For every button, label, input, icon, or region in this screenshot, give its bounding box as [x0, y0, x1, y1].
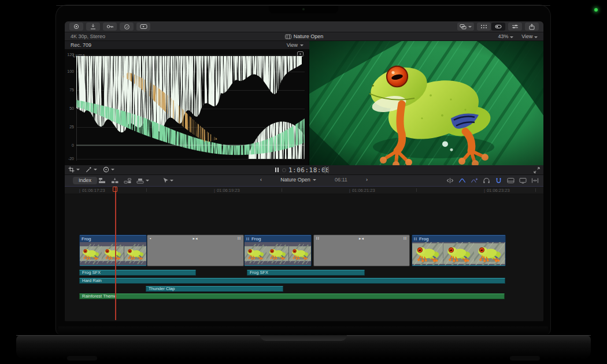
viewer-zoom-menu[interactable]: 43%	[498, 34, 514, 39]
viewer-view-menu[interactable]: View	[521, 34, 538, 39]
video-scopes-panel: Rec. 709 View Luma 120 100 75 50 25 0 -2…	[65, 41, 309, 165]
timecode-display[interactable]: 1:06:18:08	[288, 166, 330, 174]
chevron-down-icon	[468, 26, 472, 28]
timeline-project-menu[interactable]: Nature Open	[280, 177, 316, 183]
chevron-down-icon	[146, 180, 149, 181]
expand-icon[interactable]	[534, 167, 540, 173]
audio-meters-icon[interactable]	[324, 166, 329, 173]
axis-tick: 50	[65, 106, 74, 110]
clip-audio-strip	[245, 265, 311, 266]
axis-tick: 75	[65, 88, 74, 92]
media-clip-icon	[140, 24, 147, 29]
video-clip-frog-2[interactable]: IIFrog	[244, 235, 312, 266]
inspector-toggle-button[interactable]	[508, 23, 522, 31]
chevron-down-icon	[510, 36, 513, 38]
audio-clip-hard-rain[interactable]: Hard Rain	[79, 278, 505, 284]
insert-edit-icon[interactable]	[111, 177, 119, 184]
lid-bottom	[58, 326, 548, 336]
timeline-ruler[interactable]: |01:06:17:23 |01:06:19:23 |01:06:21:23 |…	[65, 187, 543, 194]
enhance-tool-button[interactable]	[86, 166, 97, 173]
transition-join-icon: ▸◂	[359, 236, 364, 241]
placeholder-icon: ▪	[150, 236, 151, 240]
share-button[interactable]	[525, 23, 539, 31]
through-edit-icon: II	[246, 236, 250, 243]
gap-clip-2[interactable]: II ▸◂ II	[313, 235, 410, 266]
color-space-label: Rec. 709	[71, 42, 91, 48]
timeline-toolbar: Index ‹ Nature Open 06:11 ›	[65, 175, 543, 187]
append-edit-icon[interactable]	[124, 177, 131, 184]
audio-clip-frog-sfx-2[interactable]: Frog SFX	[247, 270, 365, 276]
fit-timeline-icon[interactable]	[531, 177, 539, 184]
clip-audio-strip	[412, 265, 505, 266]
voiceover-icon	[73, 24, 80, 29]
clip-thumbnails	[245, 242, 311, 265]
transport-bar: 1:06:18:08	[65, 165, 543, 175]
macbook-frame: 4K 30p, Stereo Nature Open 43% View Rec.…	[55, 5, 551, 335]
clip-title: Frog	[419, 236, 428, 243]
pause-icon[interactable]	[275, 168, 280, 173]
browser-toggle-button[interactable]	[477, 23, 491, 31]
media-clip-button[interactable]	[136, 23, 150, 31]
foot-left	[67, 356, 97, 361]
ruler-label: |01:06:17:23	[79, 188, 105, 193]
axis-tick: 25	[65, 125, 74, 129]
snapping-icon[interactable]	[495, 177, 502, 184]
through-edit-icon: II	[404, 236, 407, 240]
timeline-tracks: Frog ▪ ▸◂ II IIFrog II ▸◂ II	[65, 194, 543, 321]
gap-clip-1[interactable]: ▪ ▸◂ II	[147, 235, 244, 266]
ruler-label: |01:06:23:23	[484, 188, 510, 193]
axis-tick: 0	[65, 143, 74, 147]
viewer-frame-frog	[309, 41, 543, 165]
overlays-button[interactable]	[457, 23, 474, 31]
foot-right	[510, 356, 540, 361]
crop-tool-button[interactable]	[68, 166, 80, 173]
background-tasks-icon	[124, 24, 130, 30]
connect-edit-icon[interactable]	[98, 177, 106, 184]
stage: 4K 30p, Stereo Nature Open 43% View Rec.…	[0, 0, 607, 364]
project-duration: 06:11	[335, 177, 347, 183]
monitor-icon[interactable]	[519, 177, 527, 184]
audio-clip-thunder-clap[interactable]: Thunder Clap	[146, 286, 283, 292]
luma-waveform	[76, 55, 305, 161]
video-clip-frog-1[interactable]: Frog	[79, 235, 147, 266]
clip-appearance-icon[interactable]	[507, 177, 515, 184]
index-button[interactable]: Index	[73, 177, 97, 184]
clip-audio-strip	[80, 265, 146, 266]
camera-dot	[302, 8, 305, 10]
through-edit-icon: II	[414, 236, 417, 243]
ruler-label: |01:06:21:23	[349, 188, 375, 193]
playhead[interactable]	[115, 187, 116, 320]
axis-tick: -20	[65, 157, 74, 161]
audio-clip-rainforest-theme[interactable]: Rainforest Theme	[79, 294, 505, 299]
next-project-button[interactable]: ›	[366, 177, 368, 183]
overwrite-edit-icon[interactable]	[136, 177, 149, 184]
chevron-down-icon	[313, 179, 316, 181]
chevron-down-icon	[94, 169, 97, 170]
lid-lift-notch	[260, 335, 347, 341]
voiceover-button[interactable]	[69, 23, 83, 31]
prev-project-button[interactable]: ‹	[260, 177, 262, 183]
clip-thumbnails	[412, 242, 505, 265]
audio-clip-frog-sfx-1[interactable]: Frog SFX	[79, 270, 196, 276]
pointer-tool-button[interactable]	[162, 177, 173, 184]
macbook-base	[16, 335, 591, 359]
main-toolbar	[65, 21, 543, 32]
trim-icon[interactable]	[446, 177, 454, 184]
import-button[interactable]	[86, 23, 100, 31]
timeline-toggle-button[interactable]	[491, 23, 505, 31]
solo-icon[interactable]	[483, 177, 490, 184]
fcp-window: 4K 30p, Stereo Nature Open 43% View Rec.…	[65, 21, 543, 321]
audio-skimming-icon[interactable]	[471, 177, 478, 184]
inspector-sliders-icon	[512, 24, 519, 29]
playhead-marker[interactable]	[113, 187, 117, 192]
video-clip-frog-3[interactable]: IIFrog	[412, 235, 506, 266]
keyword-editor-button[interactable]	[103, 23, 117, 31]
skimming-icon[interactable]	[458, 177, 466, 184]
color-tool-button[interactable]	[103, 166, 114, 173]
scope-view-menu[interactable]: View	[287, 42, 304, 48]
clip-title: Frog	[82, 236, 91, 243]
background-tasks-button[interactable]	[120, 23, 134, 31]
color-tool-icon	[103, 166, 109, 173]
chevron-down-icon	[534, 36, 538, 38]
scope-header: Rec. 709 View	[65, 41, 309, 50]
